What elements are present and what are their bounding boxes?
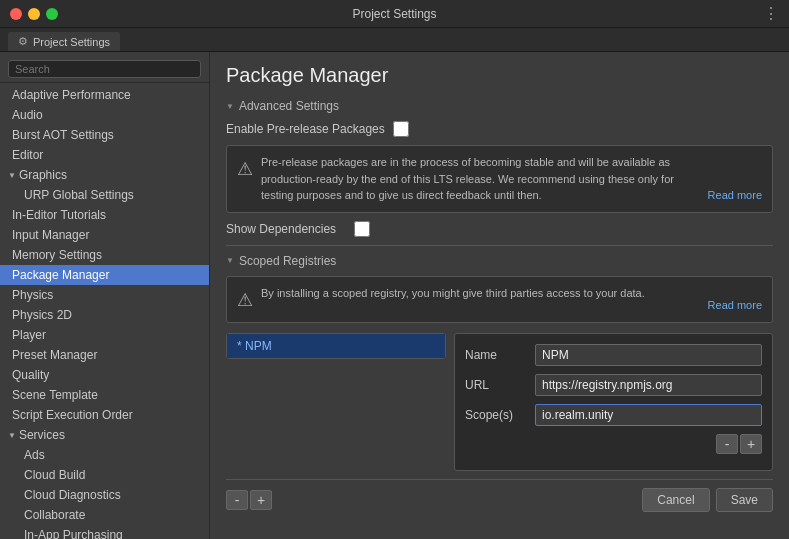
info-icon: ⚠ [237, 156, 253, 204]
tab-bar: ⚙ Project Settings [0, 28, 789, 52]
sidebar-item-memory-settings[interactable]: Memory Settings [0, 245, 209, 265]
registry-item-npm[interactable]: * NPM [227, 334, 445, 358]
triangle-scoped: ▼ [226, 256, 234, 265]
sidebar-item-preset-manager[interactable]: Preset Manager [0, 345, 209, 365]
sidebar-item-package-manager[interactable]: Package Manager [0, 265, 209, 285]
bottom-bar: - + Cancel Save [226, 479, 773, 512]
maximize-button[interactable] [46, 8, 58, 20]
show-dependencies-checkbox[interactable] [354, 221, 370, 237]
main-layout: Adaptive Performance Audio Burst AOT Set… [0, 52, 789, 539]
sidebar-item-script-execution-order[interactable]: Script Execution Order [0, 405, 209, 425]
tab-label: Project Settings [33, 36, 110, 48]
close-button[interactable] [10, 8, 22, 20]
sidebar-item-in-editor-tutorials[interactable]: In-Editor Tutorials [0, 205, 209, 225]
scope-info-box: ⚠ By installing a scoped registry, you m… [226, 276, 773, 323]
sidebar-item-collaborate[interactable]: Collaborate [0, 505, 209, 525]
scoped-registries-header[interactable]: ▼ Scoped Registries [226, 254, 773, 268]
scope-info-text: By installing a scoped registry, you mig… [261, 285, 700, 314]
advanced-info-text: Pre-release packages are in the process … [261, 154, 700, 204]
triangle-icon-services: ▼ [8, 431, 16, 440]
sidebar-item-urp-global[interactable]: URP Global Settings [0, 185, 209, 205]
window-controls [10, 8, 58, 20]
scope-remove-button[interactable]: - [716, 434, 738, 454]
sidebar-item-ads[interactable]: Ads [0, 445, 209, 465]
bottom-right-buttons: Cancel Save [642, 488, 773, 512]
advanced-read-more[interactable]: Read more [708, 187, 762, 204]
scoped-registries-label: Scoped Registries [239, 254, 336, 268]
sidebar-item-input-manager[interactable]: Input Manager [0, 225, 209, 245]
sidebar-item-adaptive-performance[interactable]: Adaptive Performance [0, 85, 209, 105]
menu-icon[interactable]: ⋮ [763, 4, 779, 23]
registry-add-button[interactable]: + [250, 490, 272, 510]
tab-project-settings[interactable]: ⚙ Project Settings [8, 32, 120, 51]
prerelease-label: Enable Pre-release Packages [226, 122, 385, 136]
scoped-read-more[interactable]: Read more [708, 297, 762, 314]
save-button[interactable]: Save [716, 488, 773, 512]
scopes-label: Scope(s) [465, 408, 535, 422]
sidebar-item-physics[interactable]: Physics [0, 285, 209, 305]
scopes-input[interactable] [535, 404, 762, 426]
sidebar-item-cloud-diagnostics[interactable]: Cloud Diagnostics [0, 485, 209, 505]
window-title: Project Settings [352, 7, 436, 21]
scope-pm-row: - + [465, 434, 762, 454]
url-field-row: URL [465, 374, 762, 396]
advanced-info-box: ⚠ Pre-release packages are in the proces… [226, 145, 773, 213]
cancel-button[interactable]: Cancel [642, 488, 709, 512]
scope-add-button[interactable]: + [740, 434, 762, 454]
sidebar-item-quality[interactable]: Quality [0, 365, 209, 385]
sidebar-group-graphics[interactable]: ▼ Graphics [0, 165, 209, 185]
show-dependencies-row: Show Dependencies [226, 221, 773, 237]
sidebar-item-burst-aot[interactable]: Burst AOT Settings [0, 125, 209, 145]
url-input[interactable] [535, 374, 762, 396]
scopes-field-row: Scope(s) [465, 404, 762, 426]
minimize-button[interactable] [28, 8, 40, 20]
scope-info-icon: ⚠ [237, 287, 253, 314]
scoped-registries-section: ▼ Scoped Registries ⚠ By installing a sc… [226, 254, 773, 512]
name-input[interactable] [535, 344, 762, 366]
prerelease-checkbox[interactable] [393, 121, 409, 137]
gear-icon: ⚙ [18, 35, 28, 48]
fields-panel: Name URL Scope(s) - + [454, 333, 773, 471]
advanced-settings-header[interactable]: ▼ Advanced Settings [226, 99, 773, 113]
bottom-pm-buttons: - + [226, 490, 272, 510]
triangle-advanced: ▼ [226, 102, 234, 111]
show-dependencies-label: Show Dependencies [226, 222, 346, 236]
search-input[interactable] [8, 60, 201, 78]
advanced-settings-label: Advanced Settings [239, 99, 339, 113]
sidebar: Adaptive Performance Audio Burst AOT Set… [0, 52, 210, 539]
sidebar-item-physics-2d[interactable]: Physics 2D [0, 305, 209, 325]
registry-remove-button[interactable]: - [226, 490, 248, 510]
page-title: Package Manager [226, 64, 773, 87]
sidebar-item-editor[interactable]: Editor [0, 145, 209, 165]
url-label: URL [465, 378, 535, 392]
registry-list-container: * NPM [226, 333, 446, 471]
section-divider [226, 245, 773, 246]
registry-list: * NPM [226, 333, 446, 359]
sidebar-search-container [0, 56, 209, 83]
triangle-icon: ▼ [8, 171, 16, 180]
registry-main-row: * NPM Name URL Scope(s) [226, 333, 773, 471]
name-label: Name [465, 348, 535, 362]
title-bar: Project Settings ⋮ [0, 0, 789, 28]
prerelease-row: Enable Pre-release Packages [226, 121, 773, 137]
sidebar-item-audio[interactable]: Audio [0, 105, 209, 125]
sidebar-group-services[interactable]: ▼ Services [0, 425, 209, 445]
sidebar-item-in-app-purchasing[interactable]: In-App Purchasing [0, 525, 209, 539]
sidebar-item-scene-template[interactable]: Scene Template [0, 385, 209, 405]
sidebar-item-player[interactable]: Player [0, 325, 209, 345]
name-field-row: Name [465, 344, 762, 366]
content-area: Package Manager ▼ Advanced Settings Enab… [210, 52, 789, 539]
sidebar-item-cloud-build[interactable]: Cloud Build [0, 465, 209, 485]
